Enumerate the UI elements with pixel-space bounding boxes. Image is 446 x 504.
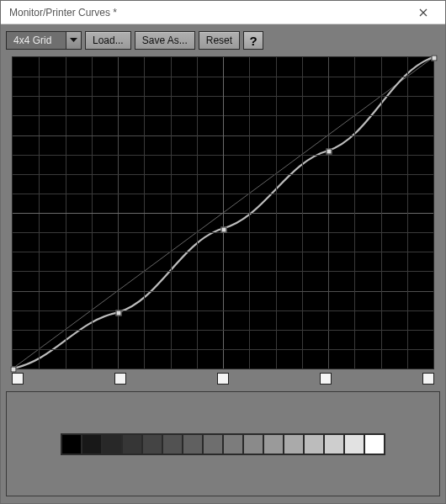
gray-swatch[interactable] bbox=[223, 434, 243, 454]
close-button[interactable] bbox=[406, 2, 440, 24]
gray-swatch[interactable] bbox=[183, 434, 203, 454]
gray-swatch[interactable] bbox=[284, 434, 304, 454]
window: Monitor/Printer Curves * 4x4 Grid Load..… bbox=[0, 0, 446, 504]
gray-swatch[interactable] bbox=[142, 434, 162, 454]
grid-line bbox=[13, 271, 433, 272]
axis-tick[interactable] bbox=[422, 373, 434, 385]
save-as-button[interactable]: Save As... bbox=[135, 31, 195, 50]
curve-node[interactable] bbox=[116, 310, 122, 316]
gray-swatch[interactable] bbox=[364, 434, 385, 454]
reset-button[interactable]: Reset bbox=[199, 31, 240, 50]
grid-size-label: 4x4 Grid bbox=[7, 32, 66, 49]
grid-line bbox=[13, 291, 433, 292]
curve-grid[interactable] bbox=[12, 56, 434, 369]
grid-line bbox=[13, 349, 433, 350]
swatch-panel bbox=[6, 391, 440, 496]
gray-swatch[interactable] bbox=[324, 434, 344, 454]
gray-swatch[interactable] bbox=[344, 434, 364, 454]
grid-line bbox=[328, 57, 329, 369]
toolbar: 4x4 Grid Load... Save As... Reset ? bbox=[6, 29, 440, 51]
gray-swatch[interactable] bbox=[102, 434, 122, 454]
gray-swatch[interactable] bbox=[61, 434, 82, 454]
curve-node[interactable] bbox=[221, 226, 227, 232]
gray-swatch[interactable] bbox=[82, 434, 102, 454]
client-area: 4x4 Grid Load... Save As... Reset ? bbox=[1, 24, 445, 503]
gray-swatch[interactable] bbox=[122, 434, 142, 454]
grid-line bbox=[302, 57, 303, 369]
axis-tick-row bbox=[12, 373, 434, 385]
load-button[interactable]: Load... bbox=[85, 31, 131, 50]
grid-line bbox=[407, 57, 408, 369]
axis-tick[interactable] bbox=[320, 373, 332, 385]
curve-node[interactable] bbox=[432, 56, 438, 61]
swatch-strip bbox=[61, 433, 385, 455]
curve-node[interactable] bbox=[327, 149, 332, 155]
close-icon bbox=[419, 8, 427, 17]
window-title: Monitor/Printer Curves * bbox=[9, 7, 406, 19]
gray-swatch[interactable] bbox=[162, 434, 183, 454]
chevron-down-icon bbox=[66, 32, 81, 49]
axis-tick[interactable] bbox=[217, 373, 229, 385]
gray-swatch[interactable] bbox=[304, 434, 324, 454]
grid-line bbox=[354, 57, 355, 369]
curve-editor bbox=[12, 56, 434, 385]
grid-size-dropdown[interactable]: 4x4 Grid bbox=[6, 31, 82, 50]
grid-line bbox=[13, 213, 433, 214]
grid-line bbox=[381, 57, 382, 369]
help-button[interactable]: ? bbox=[243, 31, 263, 50]
grid-line bbox=[13, 330, 433, 331]
gray-swatch[interactable] bbox=[263, 434, 284, 454]
help-icon: ? bbox=[250, 34, 258, 48]
axis-tick[interactable] bbox=[114, 373, 126, 385]
gray-swatch[interactable] bbox=[243, 434, 263, 454]
titlebar: Monitor/Printer Curves * bbox=[1, 1, 445, 24]
grid-line bbox=[13, 232, 433, 233]
grid-line bbox=[13, 310, 433, 311]
grid-line bbox=[13, 252, 433, 252]
grid-line bbox=[276, 57, 277, 369]
gray-swatch[interactable] bbox=[203, 434, 223, 454]
axis-tick[interactable] bbox=[12, 373, 24, 385]
curve-node[interactable] bbox=[11, 367, 17, 373]
grid-line bbox=[249, 57, 250, 369]
